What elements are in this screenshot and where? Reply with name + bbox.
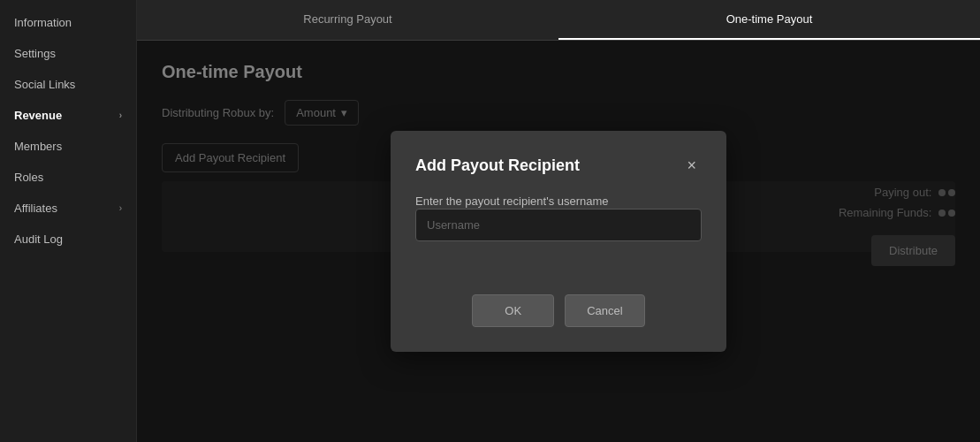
sidebar-item-information[interactable]: Information [0, 7, 136, 38]
sidebar-item-label: Revenue [14, 109, 62, 122]
username-field-label: Enter the payout recipient's username [415, 194, 609, 208]
tab-bar: Recurring Payout One-time Payout [137, 0, 980, 41]
chevron-right-icon: › [119, 110, 122, 120]
sidebar-item-label: Affiliates [14, 202, 57, 215]
page-content: One-time Payout Distributing Robux by: A… [137, 41, 980, 442]
sidebar-item-label: Audit Log [14, 232, 63, 246]
cancel-button[interactable]: Cancel [565, 294, 644, 327]
sidebar: Information Settings Social Links Revenu… [0, 0, 137, 442]
sidebar-item-members[interactable]: Members [0, 131, 136, 162]
tab-recurring[interactable]: Recurring Payout [137, 0, 558, 40]
modal-close-button[interactable]: × [681, 156, 702, 175]
chevron-right-icon: › [119, 203, 122, 213]
sidebar-item-label: Members [14, 140, 62, 153]
sidebar-item-label: Social Links [14, 78, 75, 91]
sidebar-item-label: Roles [14, 171, 43, 184]
sidebar-item-revenue[interactable]: Revenue › [0, 100, 136, 131]
main-content: Recurring Payout One-time Payout One-tim… [137, 0, 980, 442]
tab-onetime[interactable]: One-time Payout [558, 0, 980, 40]
sidebar-item-settings[interactable]: Settings [0, 38, 136, 69]
modal-overlay: Add Payout Recipient × Enter the payout … [137, 41, 980, 442]
sidebar-item-label: Settings [14, 47, 56, 60]
close-icon: × [687, 156, 696, 174]
modal-footer: OK Cancel [415, 294, 702, 327]
sidebar-item-social-links[interactable]: Social Links [0, 69, 136, 100]
username-input[interactable] [415, 209, 702, 241]
sidebar-item-affiliates[interactable]: Affiliates › [0, 193, 136, 224]
modal-title: Add Payout Recipient [415, 156, 580, 175]
sidebar-item-roles[interactable]: Roles [0, 162, 136, 193]
ok-button[interactable]: OK [472, 294, 554, 327]
add-payout-recipient-modal: Add Payout Recipient × Enter the payout … [391, 131, 726, 352]
sidebar-item-audit-log[interactable]: Audit Log [0, 224, 136, 255]
sidebar-item-label: Information [14, 16, 72, 29]
modal-header: Add Payout Recipient × [415, 156, 702, 175]
